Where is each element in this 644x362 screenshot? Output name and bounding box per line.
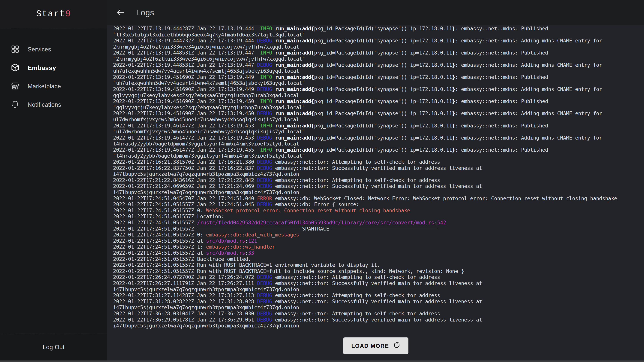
log-line: 2022-01-22T17:13:19.461477Z Jan 22 17:13… bbox=[113, 123, 639, 129]
log-line: 2022-01-22T17:24:51.051557Z Backtrace om… bbox=[113, 256, 639, 262]
log-line: 2022-01-22T17:13:19.444732Z Jan 22 17:13… bbox=[113, 38, 639, 44]
back-button[interactable] bbox=[116, 8, 125, 18]
log-line: 2022-01-22T17:26:24.072700Z Jan 22 17:26… bbox=[113, 274, 639, 280]
log-viewer[interactable]: 2022-01-22T17:13:19.444287Z Jan 22 17:13… bbox=[107, 25, 644, 362]
log-line: "lf35x5tutg5l3xdicethb66qo3aeox4q7ky4fma… bbox=[113, 32, 639, 38]
log-line: i47lbupvc5sjgurxzelwa7q7oqzqunwrb3tpozmp… bbox=[113, 323, 639, 329]
log-line: 2022-01-22T17:16:21.381570Z Jan 22 17:16… bbox=[113, 159, 639, 165]
log-line: 2022-01-22T17:21:24.069659Z Jan 22 17:21… bbox=[113, 183, 639, 190]
load-more-label: LOAD MORE bbox=[351, 343, 389, 349]
sidebar-item-label: Services bbox=[28, 46, 51, 53]
log-line: 2022-01-22T17:13:19.461477Z Jan 22 17:13… bbox=[113, 147, 639, 153]
page-title: Logs bbox=[136, 8, 154, 17]
sidebar-item-label: Marketplace bbox=[28, 83, 61, 90]
refresh-icon bbox=[393, 341, 400, 350]
log-line: i47lbupvc5sjgurxzelwa7q7oqzqunwrb3tpozmp… bbox=[113, 190, 639, 196]
log-line: 2022-01-22T17:21:22.843616Z Jan 22 17:21… bbox=[113, 177, 639, 184]
log-line: 2022-01-22T17:13:19.451690Z Jan 22 17:13… bbox=[113, 98, 639, 105]
log-line: 2022-01-22T17:36:29.051781Z Jan 22 17:36… bbox=[113, 317, 639, 323]
log-line: 2022-01-22T17:13:19.451690Z Jan 22 17:13… bbox=[113, 86, 639, 93]
sidebar: Start9 Services bbox=[0, 0, 107, 362]
log-line: uh7ufexqwuhhn5dw7vv4acsrl4iwnw4x7semlj46… bbox=[113, 68, 639, 74]
log-line: 2022-01-22T17:13:19.451690Z Jan 22 17:13… bbox=[113, 111, 639, 117]
app-window: Start9 Services bbox=[0, 0, 644, 362]
log-line: 2knrmygbj4o2f6zlkui333wve34gi6c6jwnivcoj… bbox=[113, 44, 639, 50]
sidebar-spacer bbox=[0, 114, 107, 334]
log-line: "uh7ufexqwuhhn5dw7vv4acsrl4iwnw4x7semlj4… bbox=[113, 80, 639, 86]
log-line: 2022-01-22T17:24:51.051557Z ────────────… bbox=[113, 226, 639, 232]
bell-icon bbox=[11, 100, 20, 110]
sidebar-item-marketplace[interactable]: Marketplace bbox=[0, 77, 107, 96]
log-line: i47lbupvc5sjgurxzelwa7q7oqzqunwrb3tpozmp… bbox=[113, 305, 639, 311]
start9-logo: Start9 bbox=[36, 9, 71, 19]
log-line: 2022-01-22T17:24:51.051557Z Location: bbox=[113, 214, 639, 220]
log-line: 2022-01-22T17:13:19.448531Z Jan 22 17:13… bbox=[113, 62, 639, 68]
cube-icon bbox=[11, 63, 20, 73]
log-line: 2022-01-22T17:31:28.028222Z Jan 22 17:31… bbox=[113, 299, 639, 305]
log-line: ul7dwrhomfxjvxycws2m6o45uoeic7usawbwsy4x… bbox=[113, 117, 639, 123]
log-line: 2022-01-22T17:13:19.461477Z Jan 22 17:13… bbox=[113, 135, 639, 141]
log-line: 2022-01-22T17:36:28.031041Z Jan 22 17:36… bbox=[113, 311, 639, 317]
logo-accent-9: 9 bbox=[65, 9, 71, 19]
log-line: "t4hrasdy2yybb76ageldpmom73vggilsyurf4nm… bbox=[113, 153, 639, 159]
load-more-button[interactable]: LOAD MORE bbox=[343, 337, 408, 354]
arrow-left-icon bbox=[116, 8, 125, 18]
sidebar-item-notifications[interactable]: Notifications bbox=[0, 96, 107, 114]
log-line: 2022-01-22T17:13:19.451690Z Jan 22 17:13… bbox=[113, 74, 639, 80]
storefront-icon bbox=[11, 82, 20, 91]
log-line: 2022-01-22T17:31:27.114287Z Jan 22 17:31… bbox=[113, 292, 639, 299]
log-line: i47lbupvc5sjgurxzelwa7q7oqzqunwrb3tpozmp… bbox=[113, 171, 639, 177]
log-line: 2022-01-22T17:24:51.051557Z 0: WebSocket… bbox=[113, 208, 639, 214]
sidebar-item-label: Embassy bbox=[28, 64, 56, 72]
logout-button[interactable]: Log Out bbox=[0, 334, 107, 360]
log-line: 2022-01-22T17:13:19.448531Z Jan 22 17:13… bbox=[113, 50, 639, 56]
bottom-scrollbar-track[interactable] bbox=[0, 360, 644, 362]
log-line: 2022-01-22T17:26:27.111791Z Jan 22 17:26… bbox=[113, 280, 639, 287]
log-line: 2022-01-22T17:16:22.837750Z Jan 22 17:16… bbox=[113, 165, 639, 171]
log-line: 2022-01-22T17:24:51.051557Z Jan 22 17:24… bbox=[113, 202, 639, 208]
logo-bar: Start9 bbox=[0, 0, 107, 28]
log-line: 2022-01-22T17:24:51.045470Z Jan 22 17:24… bbox=[113, 196, 639, 202]
log-rows: 2022-01-22T17:13:19.444287Z Jan 22 17:13… bbox=[113, 26, 639, 329]
main-area: Logs 2022-01-22T17:13:19.444287Z Jan 22 … bbox=[107, 0, 644, 362]
log-line: "qqlvyvqcju7keoylabvkesc2sqy2ebgxaa63tyz… bbox=[113, 105, 639, 111]
sidebar-item-embassy[interactable]: Embassy bbox=[0, 59, 107, 77]
log-line: "2knrmygbj4o2f6zlkui333wve34gi6c6jwnivco… bbox=[113, 56, 639, 62]
log-line: 2022-01-22T17:24:51.051557Z /rustc/f1edd… bbox=[113, 220, 639, 226]
sidebar-item-services[interactable]: Services bbox=[0, 40, 107, 59]
log-line: qqlvyvqcju7keoylabvkesc2sqy2ebgxaa63tyzg… bbox=[113, 93, 639, 99]
sidebar-nav: Services Embassy bbox=[0, 28, 107, 114]
log-line: "ul7dwrhomfxjvxycws2m6o45uoeic7usawbwsy4… bbox=[113, 129, 639, 135]
log-line: 2022-01-22T17:24:51.051557Z 1: embassy::… bbox=[113, 244, 639, 250]
sidebar-item-label: Notifications bbox=[28, 101, 61, 108]
load-more-container: LOAD MORE bbox=[113, 337, 639, 354]
services-grid-icon bbox=[11, 45, 20, 54]
log-line: i47lbupvc5sjgurxzelwa7q7oqzqunwrb3tpozmp… bbox=[113, 287, 639, 293]
log-line: 2022-01-22T17:24:51.051557Z Run with RUS… bbox=[113, 262, 639, 268]
logo-brand-text: Start bbox=[36, 9, 65, 19]
page-header: Logs bbox=[107, 0, 644, 25]
log-line: t4hrasdy2yybb76ageldpmom73vggilsyurf4nm6… bbox=[113, 141, 639, 147]
log-line: 2022-01-22T17:24:51.051557Z Run with RUS… bbox=[113, 268, 639, 274]
log-line: 2022-01-22T17:24:51.051557Z 0: embassy::… bbox=[113, 232, 639, 238]
log-line: 2022-01-22T17:24:51.051557Z at src/db/mo… bbox=[113, 238, 639, 244]
log-line: 2022-01-22T17:13:19.444287Z Jan 22 17:13… bbox=[113, 26, 639, 32]
log-line: 2022-01-22T17:24:51.051557Z at src/db/mo… bbox=[113, 250, 639, 256]
